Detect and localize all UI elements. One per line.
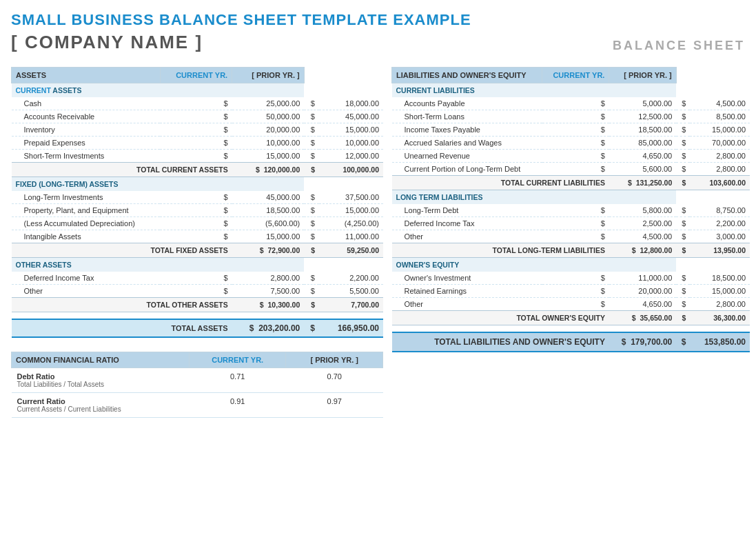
current-ratio-prior: 0.97 [286, 392, 383, 417]
table-row: Other $ 7,500.00 $ 5,500.00 [12, 285, 384, 298]
table-row: Accounts Payable $ 5,000.00 $ 4,500.00 [392, 97, 750, 110]
assets-prior-yr-header: [ PRIOR YR. ] [232, 68, 305, 83]
company-name: [ COMPANY NAME ] [11, 32, 203, 53]
current-liabilities-header-row: CURRENT LIABILITIES [392, 83, 750, 98]
assets-section: ASSETS CURRENT YR. [ PRIOR YR. ] CURRENT… [11, 67, 383, 418]
page-title: SMALL BUSINESS BALANCE SHEET TEMPLATE EX… [11, 11, 745, 29]
assets-table: ASSETS CURRENT YR. [ PRIOR YR. ] CURRENT… [11, 67, 383, 338]
table-row: Cash $ 25,000.00 $ 18,000.00 [12, 97, 384, 110]
current-liabilities-label: CURRENT LIABILITIES [392, 83, 677, 98]
fixed-assets-header-row: FIXED (LONG-TERM) ASSETS [12, 177, 384, 192]
current-ratio-curr: 0.91 [189, 392, 286, 417]
ar-label: Accounts Receivable [12, 110, 161, 123]
cash-label: Cash [12, 97, 161, 110]
total-owners-equity-row: TOTAL OWNER'S EQUITY $ 35,650.00 $ 36,30… [392, 311, 750, 325]
other-assets-header-row: OTHER ASSETS [12, 258, 384, 272]
debt-ratio-prior: 0.70 [286, 367, 383, 392]
table-row: Long-Term Investments $ 45,000.00 $ 37,5… [12, 191, 384, 204]
table-row: Short-Term Investments $ 15,000.00 $ 12,… [12, 150, 384, 163]
ratio-table: COMMON FINANCIAL RATIO CURRENT YR. [ PRI… [11, 352, 383, 418]
liabilities-col-header: LIABILITIES AND OWNER'S EQUITY [392, 68, 542, 83]
table-row: Unearned Revenue $ 4,650.00 $ 2,800.00 [392, 150, 750, 163]
other-assets-label: OTHER ASSETS [12, 258, 305, 272]
total-other-assets-row: TOTAL OTHER ASSETS $ 10,300.00 $ 7,700.0… [12, 298, 384, 312]
current-ratio-sublabel: Current Assets / Current Liabilities [17, 405, 185, 413]
table-row: Prepaid Expenses $ 10,000.00 $ 10,000.00 [12, 137, 384, 150]
table-row: Inventory $ 20,000.00 $ 15,000.00 [12, 123, 384, 137]
table-row: Deferred Income Tax $ 2,500.00 $ 2,200.0… [392, 217, 750, 230]
total-assets-row: TOTAL ASSETS $ 203,200.00 $ 166,950.00 [12, 319, 384, 337]
ratio-row-current: Current Ratio Current Assets / Current L… [12, 392, 383, 417]
table-row: Deferred Income Tax $ 2,800.00 $ 2,200.0… [12, 272, 384, 285]
table-row: Accrued Salaries and Wages $ 85,000.00 $… [392, 137, 750, 150]
fixed-assets-label: FIXED (LONG-TERM) ASSETS [12, 177, 305, 192]
table-row: (Less Accumulated Depreciation) $ (5,600… [12, 217, 384, 230]
table-row: Other $ 4,650.00 $ 2,800.00 [392, 298, 750, 311]
cash-prior-val: 18,000.00 [319, 97, 383, 110]
table-row: Retained Earnings $ 20,000.00 $ 15,000.0… [392, 285, 750, 298]
total-current-assets-row: TOTAL CURRENT ASSETS $ 120,000.00 $ 100,… [12, 163, 384, 177]
assets-curr-yr-header: CURRENT YR. [160, 68, 232, 83]
liabilities-curr-yr-header: CURRENT YR. [542, 68, 609, 83]
table-row: Long-Term Debt $ 5,800.00 $ 8,750.00 [392, 204, 750, 217]
table-row: Income Taxes Payable $ 18,500.00 $ 15,00… [392, 123, 750, 137]
total-current-liabilities-row: TOTAL CURRENT LIABILITIES $ 131,250.00 $… [392, 176, 750, 190]
assets-col-header: ASSETS [12, 68, 161, 83]
debt-ratio-sublabel: Total Liabilities / Total Assets [17, 381, 185, 388]
debt-ratio-label: Debt Ratio [17, 372, 185, 381]
ratio-prior-yr-header: [ PRIOR YR. ] [286, 352, 383, 367]
long-term-liabilities-header-row: LONG TERM LIABILITIES [392, 190, 750, 205]
balance-sheet-label: BALANCE SHEET [613, 39, 745, 53]
current-assets-label: CURRENT ASSETS [12, 83, 305, 98]
ratio-curr-yr-header: CURRENT YR. [189, 352, 286, 367]
assets-table-header: ASSETS CURRENT YR. [ PRIOR YR. ] [12, 68, 384, 83]
table-row: Accounts Receivable $ 50,000.00 $ 45,000… [12, 110, 384, 123]
total-current-assets-prior: 100,000.00 [319, 163, 383, 177]
cash-curr-val: 25,000.00 [232, 97, 305, 110]
table-row: Other $ 4,500.00 $ 3,000.00 [392, 230, 750, 243]
table-row: Current Portion of Long-Term Debt $ 5,60… [392, 163, 750, 176]
liabilities-table: LIABILITIES AND OWNER'S EQUITY CURRENT Y… [391, 67, 750, 352]
total-current-assets-curr: $ 120,000.00 [232, 163, 305, 177]
ratio-table-header: COMMON FINANCIAL RATIO CURRENT YR. [ PRI… [12, 352, 383, 367]
owners-equity-header-row: OWNER'S EQUITY [392, 258, 750, 272]
table-row: Intangible Assets $ 15,000.00 $ 11,000.0… [12, 230, 384, 243]
table-row: Property, Plant, and Equipment $ 18,500.… [12, 204, 384, 217]
table-row: Short-Term Loans $ 12,500.00 $ 8,500.00 [392, 110, 750, 123]
current-ratio-label: Current Ratio [17, 397, 185, 405]
cash-curr-dollar: $ [160, 97, 232, 110]
current-assets-header-row: CURRENT ASSETS [12, 83, 384, 98]
grand-total-row: TOTAL LIABILITIES AND OWNER'S EQUITY $ 1… [392, 332, 750, 352]
ratio-col-header: COMMON FINANCIAL RATIO [12, 352, 190, 367]
total-fixed-assets-row: TOTAL FIXED ASSETS $ 72,900.00 $ 59,250.… [12, 243, 384, 258]
debt-ratio-curr: 0.71 [189, 367, 286, 392]
ratio-row-debt: Debt Ratio Total Liabilities / Total Ass… [12, 367, 383, 392]
liabilities-table-header: LIABILITIES AND OWNER'S EQUITY CURRENT Y… [392, 68, 750, 83]
table-row: Owner's Investment $ 11,000.00 $ 18,500.… [392, 272, 750, 285]
total-long-term-row: TOTAL LONG-TERM LIABILITIES $ 12,800.00 … [392, 243, 750, 258]
liabilities-prior-yr-header: [ PRIOR YR. ] [609, 68, 676, 83]
cash-prior-dollar: $ [304, 97, 319, 110]
liabilities-section: LIABILITIES AND OWNER'S EQUITY CURRENT Y… [391, 67, 750, 352]
total-current-assets-label: TOTAL CURRENT ASSETS [12, 163, 232, 177]
